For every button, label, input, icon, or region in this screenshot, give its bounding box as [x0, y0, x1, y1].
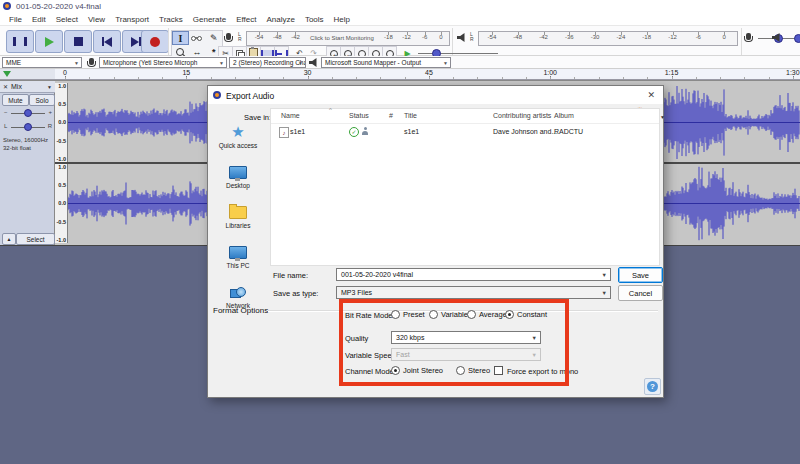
title-cell: s1e1 — [404, 128, 419, 135]
track-format-line1: Stereo, 16000Hz — [3, 137, 48, 143]
dialog-title-bar[interactable]: Export Audio ✕ — [208, 86, 663, 104]
sidebar-item-this-pc[interactable]: This PC — [208, 244, 268, 282]
vertical-ruler-ch1[interactable]: 1.00.50.0-0.5-1.0 — [55, 83, 68, 162]
this-pc-icon — [229, 246, 247, 259]
playback-volume-slider[interactable] — [785, 38, 800, 39]
audio-host-select[interactable]: MME▼ — [2, 57, 82, 68]
timeline-minor-tick — [744, 77, 745, 79]
file-row[interactable]: ♪ s1e1 ✓ s1e1 Dave Johnson and... RADCTU — [271, 125, 659, 138]
timeline-label: 0 — [63, 69, 67, 76]
timeline-minor-tick — [332, 77, 333, 79]
timeline-label: 15 — [182, 69, 190, 76]
menu-file[interactable]: File — [4, 15, 27, 24]
timeline-minor-tick — [477, 77, 478, 79]
sidebar-item-label: Desktop — [226, 182, 250, 189]
save-as-type-label: Save as type: — [273, 289, 318, 298]
playback-meter[interactable]: -54-48-42-36-30-24-18-12-60 — [478, 31, 738, 46]
collapse-track-button[interactable]: ▲ — [2, 233, 16, 245]
bit-rate-option-constant[interactable]: Constant — [505, 310, 547, 319]
toolbar-separator — [452, 28, 453, 55]
bit-rate-option-variable[interactable]: Variable — [429, 310, 468, 319]
menu-edit[interactable]: Edit — [27, 15, 51, 24]
radio-icon — [391, 310, 400, 319]
sidebar-item-libraries[interactable]: Libraries — [208, 204, 268, 242]
stop-button[interactable] — [64, 30, 92, 53]
scale-label: -1.0 — [57, 237, 66, 243]
help-button[interactable]: ? — [644, 378, 661, 395]
track-header[interactable]: ✕ Mix ▼ — [0, 81, 55, 93]
recording-device-select[interactable]: Microphone (Yeti Stereo Microph▼ — [99, 57, 227, 68]
sync-status-icon: ✓ — [349, 127, 359, 137]
menu-view[interactable]: View — [83, 15, 110, 24]
playback-device-select[interactable]: Microsoft Sound Mapper - Output▼ — [321, 57, 451, 68]
pencil-icon: ✎ — [210, 33, 218, 43]
menu-analyze[interactable]: Analyze — [261, 15, 299, 24]
draw-tool-button[interactable]: ✎ — [205, 31, 222, 45]
track-menu-caret-icon[interactable]: ▼ — [47, 84, 52, 90]
monitor-text[interactable]: Click to Start Monitoring — [310, 35, 374, 41]
dialog-close-icon[interactable]: ✕ — [647, 90, 655, 100]
column-header-[interactable]: # — [389, 112, 393, 119]
pan-slider[interactable]: L R — [11, 127, 45, 128]
menu-tracks[interactable]: Tracks — [154, 15, 188, 24]
gain-slider[interactable]: − + — [11, 113, 45, 114]
envelope-icon — [192, 37, 201, 39]
recording-meter[interactable]: Click to Start Monitoring -54-48-42-18-1… — [246, 31, 450, 46]
bit-rate-option-preset[interactable]: Preset — [391, 310, 425, 319]
play-button[interactable] — [35, 30, 63, 53]
variable-speed-label: Variable Speed: — [345, 351, 398, 360]
menu-select[interactable]: Select — [51, 15, 83, 24]
playback-volume-knob[interactable] — [794, 34, 800, 43]
shared-person-icon — [361, 127, 369, 135]
force-mono-checkbox[interactable] — [494, 366, 503, 375]
sidebar-item-desktop[interactable]: Desktop — [208, 164, 268, 202]
file-list[interactable]: ^ ♪ s1e1 ✓ s1e1 Dave Johnson and... RADC… — [270, 108, 660, 266]
menu-help[interactable]: Help — [329, 15, 355, 24]
toolbar-separator — [741, 28, 742, 55]
radio-selected-icon — [391, 366, 400, 375]
track-name[interactable]: Mix — [11, 83, 22, 90]
menu-tools[interactable]: Tools — [300, 15, 329, 24]
selection-tool-button[interactable]: I — [172, 31, 189, 45]
track-control-panel: ✕ Mix ▼ Mute Solo − + L R Stereo, 16000H… — [0, 80, 55, 246]
channel-mode-option-joint-stereo[interactable]: Joint Stereo — [391, 366, 443, 375]
column-header-album[interactable]: Album — [554, 112, 574, 119]
pan-left-label: L — [4, 123, 7, 129]
play-pin-icon[interactable] — [3, 71, 11, 77]
bit-rate-option-average[interactable]: Average — [467, 310, 507, 319]
toolbar-area: I ✎ ↔ * LR Click to Start Monitoring -54… — [0, 25, 800, 56]
column-header-status[interactable]: Status — [349, 112, 369, 119]
envelope-tool-button[interactable] — [189, 31, 206, 45]
skip-to-start-button[interactable] — [93, 30, 121, 53]
channel-mode-option-stereo[interactable]: Stereo — [456, 366, 490, 375]
cancel-button[interactable]: Cancel — [618, 285, 663, 301]
column-header-title[interactable]: Title — [404, 112, 417, 119]
solo-button[interactable]: Solo — [29, 94, 55, 106]
meter-lr-label: LR — [470, 32, 474, 42]
menu-transport[interactable]: Transport — [110, 15, 154, 24]
gain-knob[interactable] — [24, 109, 32, 117]
column-header-name[interactable]: Name — [281, 112, 300, 119]
track-select-button[interactable]: Select — [16, 233, 55, 245]
menu-generate[interactable]: Generate — [188, 15, 231, 24]
meter-tick — [277, 32, 278, 35]
file-name-input[interactable]: 001-05-20-2020 v4final▼ — [336, 268, 611, 281]
menu-effect[interactable]: Effect — [231, 15, 261, 24]
quality-select[interactable]: 320 kbps▼ — [391, 331, 541, 344]
save-as-type-select[interactable]: MP3 Files▼ — [336, 286, 611, 299]
gain-minus-label: − — [4, 109, 8, 115]
vertical-ruler-ch2[interactable]: 1.00.50.0-0.5-1.0 — [55, 164, 68, 243]
column-header-contributing-artists[interactable]: Contributing artists — [493, 112, 551, 119]
play-speed-slider[interactable] — [418, 53, 498, 54]
mute-button[interactable]: Mute — [2, 94, 29, 106]
record-button[interactable] — [141, 30, 169, 53]
sidebar-item-quick-access[interactable]: ★Quick access — [208, 124, 268, 162]
pause-button[interactable] — [6, 30, 34, 53]
timeline-minor-tick — [453, 77, 454, 79]
track-close-icon[interactable]: ✕ — [0, 83, 11, 90]
recording-channels-select[interactable]: 2 (Stereo) Recording Cha▼ — [229, 57, 306, 68]
pan-knob[interactable] — [24, 123, 32, 131]
save-button[interactable]: Save — [618, 267, 663, 283]
timeline-ruler[interactable]: 01530451:001:151:30 — [55, 69, 800, 80]
views-caret-icon: ▼ — [660, 114, 665, 120]
